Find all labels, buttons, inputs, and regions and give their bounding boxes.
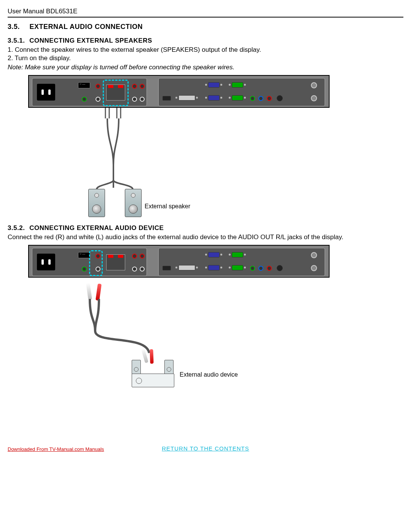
audio-jack-icon xyxy=(132,267,137,272)
amplifier-icon xyxy=(132,374,174,387)
section-3-5-1-heading: 3.5.1. CONNECTING EXTERNAL SPEAKERS xyxy=(8,37,403,45)
audio-jack-icon xyxy=(140,254,145,259)
doc-header: User Manual BDL6531E xyxy=(8,8,403,18)
audio-jack-icon xyxy=(132,84,137,89)
rear-panel-diagram-1 xyxy=(28,75,330,108)
component-jack-icon xyxy=(267,96,272,101)
vga-port-icon xyxy=(232,95,243,101)
audio-out-red-jack-icon xyxy=(96,254,100,259)
amp-speaker-left-icon xyxy=(132,360,141,374)
vga-port-icon xyxy=(208,82,220,88)
svideo-port-icon xyxy=(277,265,283,271)
rca-cable-icon xyxy=(28,278,330,392)
hdmi-port-icon xyxy=(162,266,171,270)
rs232-port-icon xyxy=(232,82,243,88)
rear-panel-left-section xyxy=(32,78,147,106)
subsection-number: 3.5.1. xyxy=(8,37,27,45)
component-jack-icon xyxy=(250,266,255,271)
audio-jack-icon xyxy=(132,97,137,102)
external-audio-device-label: External audio device xyxy=(180,371,238,378)
audio-jack-icon xyxy=(96,84,100,89)
subsection-title: CONNECTING EXTERNAL SPEAKERS xyxy=(29,37,152,44)
subsection-number: 3.5.2. xyxy=(8,224,27,232)
speaker-wire-icon xyxy=(28,108,330,218)
bnc-port-icon xyxy=(311,265,317,271)
audio-jack-icon xyxy=(82,267,87,272)
audio-cable-diagram: External audio device xyxy=(28,278,330,392)
section-3-5-2-heading: 3.5.2. CONNECTING EXTERNAL AUDIO DEVICE xyxy=(8,224,403,232)
rear-panel-right-section xyxy=(158,248,325,276)
component-jack-icon xyxy=(267,266,272,271)
audio-jack-icon xyxy=(140,84,145,89)
audio-jack-icon xyxy=(96,97,100,102)
download-source-link[interactable]: Downloaded From TV-Manual.com Manuals xyxy=(8,446,104,452)
bnc-port-icon xyxy=(311,95,317,101)
power-switch-icon xyxy=(78,82,90,88)
section-3-5-2-body: Connect the red (R) and white (L) audio … xyxy=(8,233,403,241)
speaker-wires-diagram: External speaker xyxy=(28,108,330,218)
ac-power-inlet-icon xyxy=(37,254,55,270)
manual-title: User Manual BDL6531E xyxy=(8,8,77,15)
speaker-right-icon xyxy=(125,189,142,217)
dvi-port-icon xyxy=(178,95,195,101)
step-1-text: 1. Connect the speaker wires to the exte… xyxy=(8,46,403,54)
audio-jack-icon xyxy=(140,97,145,102)
section-number: 3.5. xyxy=(8,23,27,31)
vga-port-icon xyxy=(208,95,220,101)
dvi-port-icon xyxy=(178,265,195,270)
hdmi-port-icon xyxy=(162,96,171,101)
page-footer: Downloaded From TV-Manual.com Manuals RE… xyxy=(8,445,403,457)
rear-panel-left-section xyxy=(32,248,147,276)
vga-port-icon xyxy=(232,265,243,270)
component-jack-icon xyxy=(258,96,263,101)
vga-port-icon xyxy=(208,265,220,270)
component-jack-icon xyxy=(250,96,255,101)
step-2-text: 2. Turn on the display. xyxy=(8,54,403,62)
external-speaker-label: External speaker xyxy=(145,203,190,210)
rear-panel-right-section xyxy=(158,78,325,106)
rs232-port-icon xyxy=(232,252,243,257)
svideo-port-icon xyxy=(277,95,283,101)
audio-out-white-jack-icon xyxy=(96,267,100,272)
section-3-5-heading: 3.5. EXTERNAL AUDIO CONNECTION xyxy=(8,23,403,31)
audio-jack-icon xyxy=(132,254,137,259)
power-switch-icon xyxy=(78,252,90,258)
amp-speaker-right-icon xyxy=(164,360,174,374)
rear-panel-diagram-2 xyxy=(28,245,330,278)
bnc-port-icon xyxy=(311,82,317,88)
speaker-terminal-icon xyxy=(106,254,125,270)
bnc-port-icon xyxy=(311,252,317,258)
note-text: Note: Make sure your display is turned o… xyxy=(8,64,403,71)
speaker-left-icon xyxy=(88,189,105,217)
audio-jack-icon xyxy=(82,97,87,102)
speaker-terminal-icon xyxy=(106,85,125,101)
ac-power-inlet-icon xyxy=(37,84,55,101)
subsection-title: CONNECTING EXTERNAL AUDIO DEVICE xyxy=(29,224,164,232)
vga-port-icon xyxy=(208,252,220,257)
rca-plug-red-icon xyxy=(150,349,153,364)
section-title: EXTERNAL AUDIO CONNECTION xyxy=(30,23,143,30)
return-to-contents-link[interactable]: RETURN TO THE CONTENTS xyxy=(162,445,249,452)
audio-jack-icon xyxy=(140,267,145,272)
component-jack-icon xyxy=(258,266,263,271)
